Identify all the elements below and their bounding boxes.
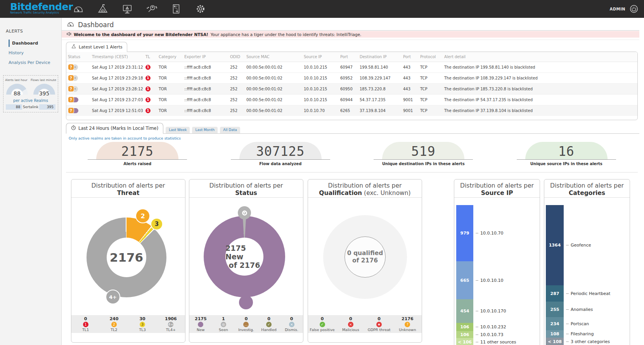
col-protocol: Protocol xyxy=(419,52,443,62)
nav-right: ADMIN xyxy=(609,0,639,18)
legend-label: Seen xyxy=(212,328,235,332)
unknown-qualification-icon[interactable]: ? xyxy=(68,64,74,70)
admin-menu[interactable]: ADMIN xyxy=(609,7,625,11)
bar-label: Geofence xyxy=(566,205,591,285)
page-title: Dashboard xyxy=(78,21,114,29)
cell-timestamp: Sat Aug 17 2019 23:27:03 xyxy=(90,94,144,105)
col-source-mac: Source MAC xyxy=(245,52,302,62)
cell-alert-detail: The destination IP 185.73.220.8 is black… xyxy=(443,83,637,94)
search-magnifier-icon[interactable] xyxy=(145,2,158,16)
tab-last-24-hours[interactable]: Last 24 Hours (Marks In Local Time) xyxy=(66,123,163,134)
bar-segment[interactable]: 106 xyxy=(456,331,473,338)
tick-mark xyxy=(566,342,569,342)
qualification-center: 0 qualified of 2176 xyxy=(345,236,386,278)
bar-segment[interactable]: 665 xyxy=(456,261,473,299)
cell-source-mac: 00:00:5e:00:01:02 xyxy=(245,72,302,83)
bar-segment[interactable]: 106 xyxy=(456,323,473,331)
status-donut-center: 2175 New of 2176 xyxy=(225,238,263,276)
col-src-port: Port xyxy=(339,52,358,62)
panel-title: Distribution of alerts per Source IP xyxy=(454,179,540,198)
cell-alert-detail: The destination IP 199.58.81.140 is blac… xyxy=(443,62,637,72)
cell-source-ip: 10.0.10.70 xyxy=(302,105,339,116)
report-route-icon[interactable] xyxy=(170,2,183,16)
panel-qualification: Distribution of alerts per Qualification… xyxy=(308,179,422,343)
stats-row: 2175 Alerts raised 307125 Flow data anal… xyxy=(66,142,638,166)
stat-value: 519 xyxy=(411,144,436,159)
threat-level-badge: 1 xyxy=(145,97,151,102)
device-monitor-icon[interactable] xyxy=(121,2,134,16)
stat-block: 519 Unique destination IPs in these aler… xyxy=(352,142,495,166)
stat-label: Unique destination IPs in these alerts xyxy=(352,162,495,166)
cell-exporter-ip: ::ffff:ac8:c8c8 xyxy=(183,105,229,116)
alert-row[interactable]: ? × Sat Aug 17 2019 23:28:12 1 TOR ::fff… xyxy=(66,83,637,94)
realm-row: 88 Sertalink 395 xyxy=(6,104,55,110)
bar-segment[interactable]: 108 xyxy=(546,330,564,338)
threat-level-badge: 1 xyxy=(145,86,151,91)
clock-icon xyxy=(71,125,76,131)
legend-value: 30 xyxy=(128,316,157,321)
status-badge-icon: ✓ xyxy=(266,322,272,327)
unknown-qualification-icon[interactable]: ? xyxy=(68,107,74,114)
latest-alerts-tab[interactable]: Latest Level 1 Alerts xyxy=(66,42,127,52)
col-dst-port: Port xyxy=(402,52,419,62)
cell-protocol: TCP xyxy=(419,83,443,94)
gauge-left-title: Alerts last hour xyxy=(5,78,27,82)
cell-protocol: TCP xyxy=(419,72,443,83)
panel-title: Distribution of alerts per Threat xyxy=(71,179,185,198)
bar-segment[interactable]: 234 xyxy=(546,317,564,330)
tick-mark xyxy=(566,334,569,334)
source-ip-bar-chart: 979 10.0.10.70 665 10.0.10.10 xyxy=(456,205,516,345)
alert-row[interactable]: ? Sat Aug 17 2019 12:51:03 1 TOR ::ffff:… xyxy=(66,105,637,116)
divider xyxy=(62,40,639,40)
col-exporter-ip: Exporter IP xyxy=(183,52,229,62)
cell-destination-ip: 199.58.81.140 xyxy=(358,62,402,72)
time-range-tab[interactable]: Last Week xyxy=(166,127,190,133)
settings-gear-icon[interactable] xyxy=(194,2,207,16)
bar-segment[interactable]: 454 xyxy=(456,299,473,323)
unknown-qualification-icon[interactable]: ? xyxy=(68,75,74,81)
qualification-badge-icon: × xyxy=(348,322,353,327)
legend-value: 2176 xyxy=(393,316,422,321)
legend-item: 0 × Malicious xyxy=(336,315,365,333)
bar-segment-row: 106 10.0.10.232 xyxy=(456,323,516,331)
dashboard-gauge-icon[interactable] xyxy=(72,2,85,16)
qualification-badge-icon: ? xyxy=(405,322,410,327)
bar-segment[interactable]: 287 xyxy=(546,285,564,302)
legend-label: Dismis. xyxy=(280,328,303,332)
alert-row[interactable]: ? Sat Aug 17 2019 23:27:03 1 TOR ::ffff:… xyxy=(66,94,637,105)
cell-odid: 252 xyxy=(229,72,245,83)
divider xyxy=(66,172,638,172)
stat-underline xyxy=(88,159,187,160)
legend-item: 0 ✓ False positive xyxy=(308,315,336,333)
bar-segment[interactable]: 1364 xyxy=(546,205,564,285)
alert-row[interactable]: ? × Sat Aug 17 2019 23:29:18 1 TOR ::fff… xyxy=(66,72,637,83)
alert-row[interactable]: ? × Sat Aug 17 2019 23:31:12 1 TOR ::fff… xyxy=(66,62,637,72)
categories-bar-chart: 1364 Geofence 287 Periodic Heartbeat xyxy=(546,205,610,345)
sidebar-item[interactable]: Analysis Per Device xyxy=(0,58,61,67)
qualification-badge-icon: ★ xyxy=(376,322,382,327)
stat-block: 2175 Alerts raised xyxy=(66,142,209,166)
time-range-tab[interactable]: All Data xyxy=(220,127,240,133)
cell-src-port: 60944 xyxy=(339,94,358,105)
sidebar-item[interactable]: History xyxy=(0,48,61,58)
col-odid: ODID xyxy=(229,52,245,62)
time-range-tab[interactable]: Last Month xyxy=(192,127,218,133)
power-icon[interactable] xyxy=(629,4,639,14)
unknown-qualification-icon[interactable]: ? xyxy=(68,97,74,103)
bar-segment[interactable]: 979 xyxy=(456,205,473,261)
stat-pill: 307125 xyxy=(239,142,322,159)
legend-value: 2175 xyxy=(189,316,212,321)
threat-level-badge: 1 xyxy=(145,108,151,113)
bar-segment[interactable]: 255 xyxy=(546,302,564,317)
sidebar-section-alerts: ALERTS xyxy=(6,29,61,34)
cell-category: TOR xyxy=(157,83,183,94)
tick-mark xyxy=(476,233,478,233)
alerts-tent-icon[interactable] xyxy=(96,2,109,16)
col-source-ip: Source IP xyxy=(302,52,339,62)
bar-segment[interactable]: < 106 xyxy=(456,338,473,345)
unknown-qualification-icon[interactable]: ? xyxy=(68,86,74,92)
sidebar-item[interactable]: Dashboard xyxy=(0,38,61,48)
bar-segment[interactable]: < 108 xyxy=(546,338,564,345)
table-header-row: Status Timestamp (CEST) TL Category Expo… xyxy=(66,52,637,62)
status-badge-icon: ◎ xyxy=(221,322,226,327)
